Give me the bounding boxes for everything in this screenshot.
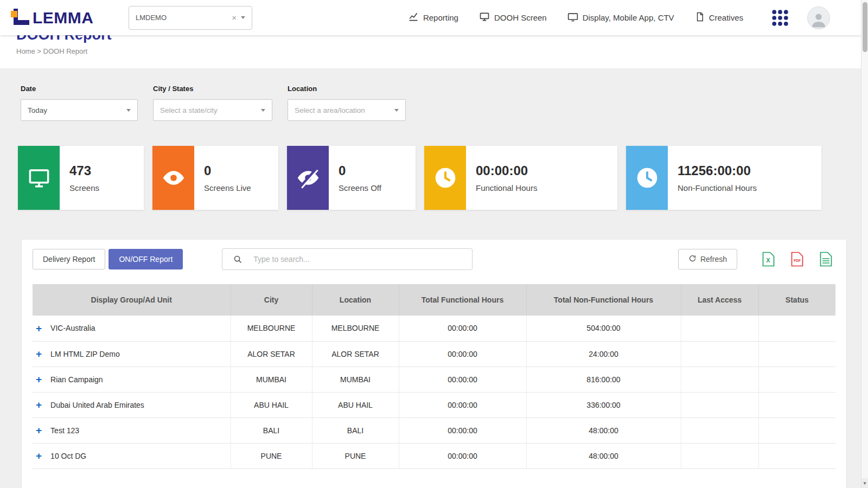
location-select[interactable]: Select a area/location [288,99,406,121]
filter-location: Location Select a area/location [288,85,406,121]
display-icon [567,11,578,24]
chevron-down-icon [394,109,399,112]
report-table: Display Group/Ad Unit City Location Tota… [33,284,835,469]
scrollbar-thumb[interactable] [863,2,867,52]
nav-reporting[interactable]: Reporting [408,11,458,24]
document-icon [695,11,705,24]
stat-functional-hours-label: Functional Hours [476,183,617,192]
col-display-group: Display Group/Ad Unit [33,284,231,316]
city-cell: PUNE [231,443,312,468]
pdf-export-icon[interactable]: PDF [791,252,803,267]
stat-cards: 473 Screens 0 Screens Live 0 Screens Off… [0,146,868,210]
stat-screens-label: Screens [69,183,144,192]
account-select[interactable]: LMDEMO × [129,6,252,30]
svg-text:X: X [766,257,770,264]
stat-screens-off-value: 0 [339,163,416,178]
stat-screens-live-label: Screens Live [204,183,278,192]
stat-screens-value: 473 [69,163,144,178]
stat-screens-off-label: Screens Off [339,183,416,192]
table-row: +LM HTML ZIP Demo ALOR SETAR ALOR SETAR … [33,341,835,367]
date-select-value: Today [28,106,53,114]
nav-creatives-label: Creatives [709,13,743,22]
refresh-label: Refresh [700,255,727,264]
vertical-scrollbar[interactable]: ▼ [861,0,868,488]
date-select[interactable]: Today [21,99,138,121]
col-total-functional: Total Functional Hours [399,284,526,316]
breadcrumb: Home > DOOH Report [16,47,852,55]
report-toolbar: Delivery Report ON/OFF Report Refresh X … [33,248,835,270]
functional-hours-cell: 00:00:00 [399,418,526,443]
search-box [222,248,473,270]
search-input[interactable] [252,249,472,269]
onoff-report-button[interactable]: ON/OFF Report [108,249,183,269]
nav-display-mobile-ctv[interactable]: Display, Mobile App, CTV [567,11,674,24]
chevron-down-icon[interactable] [241,16,245,19]
city-cell: BALI [231,418,312,443]
functional-hours-cell: 00:00:00 [399,341,526,367]
chevron-down-icon [126,109,131,112]
location-cell: MELBOURNE [312,316,399,341]
stat-card-functional-hours: 00:00:00 Functional Hours [424,146,617,210]
location-select-placeholder: Select a area/location [295,106,371,114]
status-cell [758,316,835,341]
nav-dooh-screen[interactable]: DOOH Screen [479,11,547,24]
filter-date: Date Today [21,85,138,121]
location-cell: PUNE [312,443,399,468]
status-cell [758,341,835,367]
expand-row-icon[interactable]: + [36,425,42,435]
expand-row-icon[interactable]: + [36,374,42,384]
stat-card-screens: 473 Screens [18,146,144,210]
stat-non-functional-hours-label: Non-Functional Hours [678,183,821,192]
last-access-cell [681,341,758,367]
city-cell: ALOR SETAR [231,341,312,367]
non-functional-hours-cell: 816:00:00 [526,367,681,392]
nav-dooh-screen-label: DOOH Screen [494,13,547,22]
stat-card-screens-live: 0 Screens Live [152,146,278,210]
col-total-non-functional: Total Non-Functional Hours [526,284,681,316]
delivery-report-button[interactable]: Delivery Report [33,249,105,269]
refresh-button[interactable]: Refresh [678,249,737,269]
stat-functional-hours-value: 00:00:00 [476,163,617,178]
filter-city: City / States Select a state/city [153,85,272,121]
chart-line-icon [408,11,419,24]
col-location: Location [312,284,399,316]
city-select[interactable]: Select a state/city [153,99,272,121]
display-group-name: Dubai United Arab Emirates [50,401,144,409]
export-actions: X PDF [762,252,835,267]
last-access-cell [681,316,758,341]
search-icon [222,255,252,264]
city-cell: ABU HAIL [231,392,312,418]
expand-row-icon[interactable]: + [36,349,42,359]
expand-row-icon[interactable]: + [36,400,42,410]
lemma-logo-text: LEMMA [33,9,93,27]
status-cell [758,392,835,418]
city-cell: MUMBAI [231,367,312,392]
stat-screens-live-value: 0 [204,163,278,178]
stat-non-functional-hours-value: 11256:00:00 [678,163,821,178]
display-group-name: VIC-Australia [50,324,95,332]
display-group-name: Test 123 [50,426,79,435]
excel-export-icon[interactable]: X [762,252,775,267]
nav-creatives[interactable]: Creatives [695,11,743,24]
lemma-logo: LEMMA [11,9,122,27]
status-cell [758,367,835,392]
expand-row-icon[interactable]: + [36,451,42,461]
stat-card-non-functional-hours: 11256:00:00 Non-Functional Hours [626,146,821,210]
filter-date-label: Date [21,85,138,93]
csv-export-icon[interactable] [820,252,832,267]
apps-grid-icon[interactable] [770,8,790,28]
filters-bar: Date Today City / States Select a state/… [0,68,868,121]
breadcrumb-home[interactable]: Home [16,47,35,55]
functional-hours-cell: 00:00:00 [399,316,526,341]
display-group-name: LM HTML ZIP Demo [50,350,120,358]
user-avatar[interactable] [807,7,830,29]
location-cell: MUMBAI [312,367,399,392]
expand-row-icon[interactable]: + [36,323,42,333]
location-cell: ALOR SETAR [312,341,399,367]
col-city: City [231,284,312,316]
non-functional-hours-cell: 504:00:00 [526,316,681,341]
scrollbar-down-arrow[interactable]: ▼ [861,478,868,488]
functional-hours-cell: 00:00:00 [399,392,526,418]
city-cell: MELBOURNE [231,316,312,341]
clear-icon[interactable]: × [227,13,241,22]
